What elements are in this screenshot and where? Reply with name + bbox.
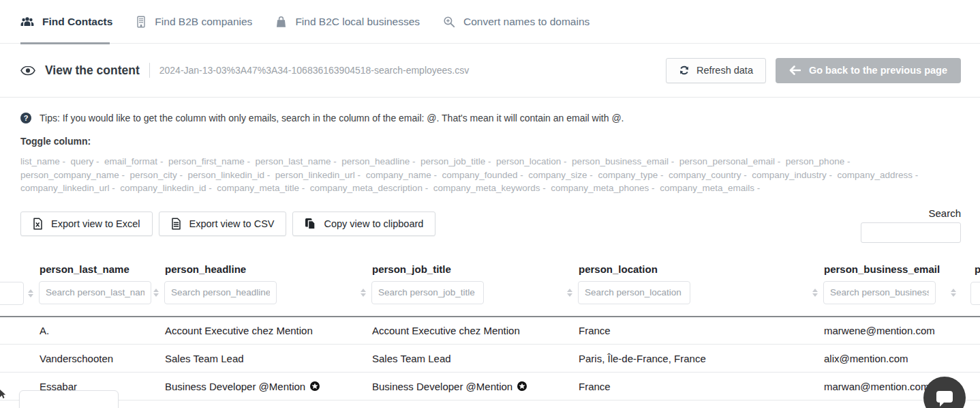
toggle-column-item[interactable]: company_meta_title [217, 183, 299, 193]
tab-label: Find Contacts [42, 16, 112, 28]
toggle-column-item[interactable]: company_linkedin_url [20, 183, 110, 193]
toggle-separator: - [658, 170, 666, 180]
toggle-column-item[interactable]: person_phone [786, 156, 844, 166]
filename-text: 2024-Jan-13-03%3A47%3A34-106836163904518… [159, 65, 470, 76]
toggle-separator: - [431, 170, 440, 180]
cell-person-last-name: A. [35, 317, 161, 345]
title-divider [149, 63, 150, 78]
toggle-separator: - [518, 170, 526, 180]
sort-arrows-icon[interactable] [951, 289, 956, 297]
toggle-column-item[interactable]: company_type [598, 170, 658, 180]
toggle-column-item[interactable]: company_founded [442, 170, 517, 180]
refresh-icon [679, 65, 690, 76]
column-title: person_business_email [820, 262, 958, 277]
toggle-column-item[interactable]: company_address [838, 170, 913, 180]
filter-input-clipped-right[interactable] [970, 282, 980, 305]
page-title: View the content [45, 63, 140, 78]
toggle-column-item[interactable]: company_meta_emails [660, 183, 754, 193]
tab-find-b2b-companies[interactable]: Find B2B companies [136, 0, 252, 44]
toggle-separator: - [423, 183, 431, 193]
toggle-column-item[interactable]: list_name [20, 156, 60, 166]
sort-arrows-icon[interactable] [153, 289, 159, 297]
toggle-separator: - [587, 170, 596, 180]
cell-person-location: France [575, 373, 820, 400]
toggle-separator: - [93, 156, 102, 166]
tab-find-contacts[interactable]: Find Contacts [20, 0, 112, 44]
toggle-column-item[interactable]: company_meta_description [310, 183, 423, 193]
column-header-person-last-name: person_last_name [35, 262, 161, 317]
bottom-left-input[interactable] [19, 390, 119, 408]
cell-person-location: France [575, 400, 820, 408]
toggle-column-item[interactable]: person_company_name [20, 170, 119, 180]
page: Find Contacts Find B2B companies [0, 0, 980, 408]
sort-arrows-icon[interactable] [28, 289, 33, 297]
filter-input-person-location[interactable] [578, 281, 690, 304]
cell-person-last-name: Vanderschooten [35, 345, 161, 373]
copy-clipboard-button[interactable]: Copy view to clipboard [292, 212, 435, 236]
column-header-person-location: person_location [575, 262, 820, 317]
data-grid: person_last_name person_headline [0, 262, 980, 408]
toggle-column-item[interactable]: person_linkedin_url [275, 170, 355, 180]
tab-label: Convert names to domains [463, 16, 589, 28]
toggle-column-item[interactable]: person_personal_email [679, 156, 775, 166]
cell-person-headline: Business Developer @Mention [161, 373, 368, 400]
toggle-column-item[interactable]: company_linkedin_id [120, 183, 206, 193]
export-excel-button[interactable]: Export view to Excel [20, 212, 153, 236]
cell-person-job-title: Co-founder, CTO [368, 400, 575, 408]
go-back-label: Go back to the previous page [809, 65, 947, 76]
tips-text: Tips: If you would like to get the colum… [40, 113, 624, 123]
sort-arrows-icon[interactable] [567, 289, 572, 297]
toggle-column-item[interactable]: company_name [366, 170, 431, 180]
tab-convert-names-to-domains[interactable]: Convert names to domains [443, 0, 589, 44]
toggle-separator: - [110, 183, 118, 193]
search-label: Search [861, 207, 961, 219]
toggle-column-item[interactable]: company_industry [752, 170, 827, 180]
toggle-separator: - [775, 156, 783, 166]
toggle-separator: - [60, 156, 68, 166]
toggle-column-item[interactable]: email_format [104, 156, 157, 166]
toggle-column-item[interactable]: company_size [528, 170, 587, 180]
toggle-column-item[interactable]: person_last_name [255, 156, 331, 166]
cell-person-job-title: Business Developer @Mention [368, 373, 575, 400]
global-search-input[interactable] [861, 222, 961, 243]
toggle-separator: - [485, 156, 493, 166]
cell-person-location: Paris, Île-de-France, France [575, 345, 820, 373]
chat-bubble-icon [935, 390, 954, 407]
column-title: person_job_title [368, 262, 575, 277]
toggle-column-item[interactable]: person_business_email [572, 156, 669, 166]
sort-arrows-icon[interactable] [812, 289, 818, 297]
column-title: person_last_name [35, 262, 161, 277]
toggle-column-item[interactable]: person_location [496, 156, 561, 166]
toolbar: Export view to Excel Export view to CSV [20, 212, 961, 248]
filter-input-clipped-left[interactable] [0, 282, 24, 305]
filter-input-person-business-email[interactable] [823, 281, 936, 304]
filter-input-person-job-title[interactable] [371, 281, 484, 304]
toggle-column-item[interactable]: company_country [669, 170, 741, 180]
sort-arrows-icon[interactable] [361, 289, 366, 297]
eye-icon [20, 65, 35, 76]
filter-input-person-headline[interactable] [164, 281, 277, 304]
tab-find-b2c-local-businesses[interactable]: Find B2C local businesses [275, 0, 420, 44]
toggle-separator: - [827, 170, 835, 180]
go-back-button[interactable]: Go back to the previous page [776, 58, 961, 83]
export-csv-button[interactable]: Export view to CSV [159, 212, 287, 236]
toggle-column-label: Toggle column: [20, 136, 961, 147]
column-header-clipped-right: p [958, 262, 980, 317]
toggle-column-item[interactable]: person_linkedin_id [187, 170, 264, 180]
toggle-separator: - [561, 156, 569, 166]
toggle-separator: - [913, 170, 921, 180]
toggle-column-item[interactable]: person_headline [341, 156, 410, 166]
toggle-column-item[interactable]: person_city [130, 170, 177, 180]
magnifier-plus-icon [443, 16, 455, 28]
toggle-column-item[interactable]: person_first_name [168, 156, 245, 166]
top-nav: Find Contacts Find B2B companies [0, 0, 980, 44]
filter-input-person-last-name[interactable] [39, 281, 151, 304]
toggle-column-item[interactable]: company_meta_phones [551, 183, 649, 193]
toggle-separator: - [245, 156, 253, 166]
refresh-data-button[interactable]: Refresh data [666, 58, 766, 83]
excel-file-icon [33, 218, 43, 230]
toggle-column-item[interactable]: person_job_title [420, 156, 485, 166]
table-row: Vanderschooten Sales Team Lead Sales Tea… [0, 345, 980, 373]
toggle-column-item[interactable]: company_meta_keywords [433, 183, 540, 193]
toggle-column-item[interactable]: query [71, 156, 94, 166]
